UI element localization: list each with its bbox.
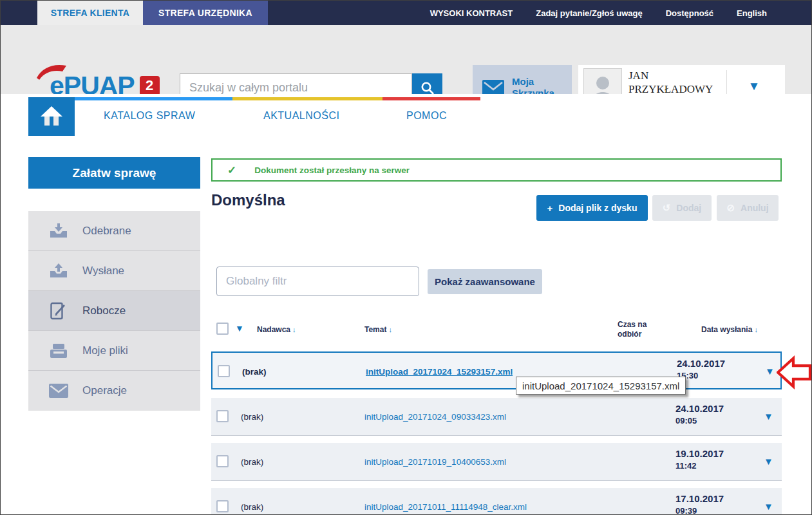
add-button-disabled[interactable]: ↺ Dodaj: [652, 195, 712, 221]
row-actions-triangle-icon[interactable]: ▼: [764, 501, 773, 512]
home-button[interactable]: [28, 97, 75, 136]
sidebar-item-odebrane[interactable]: Odebrane: [28, 211, 200, 251]
operations-envelope-icon: [49, 384, 68, 398]
link-zadaj-pytanie[interactable]: Zadaj pytanie/Zgłoś uwagę: [536, 8, 642, 18]
main-nav: KATALOG SPRAW AKTUALNOŚCI POMOC: [1, 94, 812, 136]
column-header-czas-na-odbior[interactable]: Czas na odbiór: [618, 320, 659, 339]
row-time-value: 11:42: [675, 461, 753, 471]
add-label: Dodaj: [676, 203, 701, 213]
files-drawer-icon: [49, 343, 68, 359]
column-header-label: Data wysłania: [701, 325, 752, 334]
row-subject-link[interactable]: initUpload_20171011_11114948_clear.xml: [364, 502, 527, 512]
success-alert-text: Dokument został przesłany na serwer: [254, 165, 410, 175]
sidebar-item-label: Moje pliki: [82, 344, 128, 357]
cancel-button-disabled[interactable]: ⊘ Anuluj: [717, 195, 779, 221]
row-checkbox[interactable]: [216, 455, 229, 467]
sidebar-item-label: Operacje: [82, 384, 127, 397]
check-icon: ✓: [227, 164, 236, 177]
show-advanced-button[interactable]: Pokaż zaawansowane: [428, 269, 542, 294]
sort-desc-icon: ↓: [292, 326, 296, 333]
tab-strefa-klienta[interactable]: STREFA KLIENTA: [37, 1, 143, 25]
add-file-label: Dodaj plik z dysku: [558, 203, 637, 213]
annotation-arrow-left-icon: [777, 354, 811, 391]
row-actions-triangle-icon[interactable]: ▼: [764, 456, 773, 467]
row-sent-date: 24.10.2017 15:30: [677, 358, 754, 380]
nav-pomoc[interactable]: POMOC: [406, 110, 447, 122]
row-sender: (brak): [242, 367, 267, 377]
user-name: JAN PRZYKŁADOWY: [628, 69, 728, 96]
row-actions-triangle-icon[interactable]: ▼: [765, 366, 775, 377]
link-dostepnosc[interactable]: Dostępność: [666, 8, 713, 18]
draft-icon: [49, 302, 68, 320]
stripe-red: [382, 97, 480, 100]
row-subject-link[interactable]: initUpload_20171024_15293157.xml: [366, 367, 513, 377]
sidebar-item-operacje[interactable]: Operacje: [28, 371, 200, 411]
nav-aktualnosci[interactable]: AKTUALNOŚCI: [263, 110, 339, 122]
sidebar-item-robocze[interactable]: Robocze: [28, 291, 200, 331]
epuap-page: STREFA KLIENTA STREFA URZĘDNIKA WYSOKI K…: [0, 0, 812, 515]
column-header-nadawca[interactable]: Nadawca↓: [257, 325, 296, 334]
column-header-temat[interactable]: Temat↓: [364, 325, 392, 334]
stripe-yellow: [232, 97, 382, 100]
row-checkbox[interactable]: [216, 500, 229, 512]
refresh-icon: ↺: [663, 202, 671, 214]
sidebar-item-label: Robocze: [82, 304, 126, 317]
row-time-value: 09:05: [675, 416, 753, 426]
cancel-circle-icon: ⊘: [726, 202, 735, 214]
row-sender: (brak): [241, 502, 263, 512]
logo-badge-2: 2: [140, 76, 160, 96]
plus-icon: +: [547, 203, 553, 214]
success-alert: ✓ Dokument został przesłany na serwer: [211, 158, 782, 182]
row-actions-triangle-icon[interactable]: ▼: [764, 411, 773, 422]
row-date-value: 24.10.2017: [675, 403, 753, 414]
row-date-value: 19.10.2017: [675, 448, 753, 459]
row-time-value: 15:30: [677, 371, 754, 380]
sidebar-item-label: Wysłane: [82, 265, 124, 277]
envelope-icon: [482, 80, 504, 96]
sidebar-item-moje-pliki[interactable]: Moje pliki: [28, 331, 200, 371]
column-header-data-wyslania[interactable]: Data wysłania↓: [701, 325, 758, 334]
sidebar-menu: Odebrane Wysłane Robocze: [28, 211, 200, 411]
zalatw-sprawe-button[interactable]: Załatw sprawę: [28, 157, 200, 189]
inbox-download-icon: [49, 223, 68, 239]
table-row[interactable]: (brak) initUpload_20171024_15293157.xml …: [211, 351, 782, 389]
row-sender: (brak): [241, 457, 263, 467]
stripe-blue: [75, 97, 232, 100]
top-links: WYSOKI KONTRAST Zadaj pytanie/Zgłoś uwag…: [430, 1, 767, 25]
link-english[interactable]: English: [737, 8, 767, 18]
table-row[interactable]: (brak) initUpload_20171019_10400653.xml …: [211, 443, 782, 481]
home-icon: [40, 106, 63, 127]
user-menu-chevron-down-icon[interactable]: ▼: [734, 79, 774, 93]
select-all-checkbox[interactable]: [216, 323, 229, 335]
tab-strefa-urzednika[interactable]: STREFA URZĘDNIKA: [143, 1, 268, 25]
page-title: Domyślna: [211, 191, 285, 209]
row-time-value: 09:39: [675, 506, 753, 515]
search-icon: [420, 80, 435, 96]
cancel-label: Anuluj: [741, 203, 769, 213]
column-header-label: Temat: [364, 325, 386, 334]
row-checkbox[interactable]: [216, 410, 229, 422]
header: ePUAP 2 Moja Skrzynka JAN PRZ: [1, 25, 812, 94]
column-header-label: Nadawca: [257, 325, 290, 334]
sidebar-item-wyslane[interactable]: Wysłane: [28, 251, 200, 291]
sort-desc-icon: ↓: [754, 326, 758, 333]
table-row[interactable]: (brak) initUpload_20171011_11114948_clea…: [211, 488, 782, 515]
row-date-value: 24.10.2017: [677, 358, 754, 369]
sort-desc-icon: ↓: [388, 326, 392, 333]
logo-swoosh-icon: [35, 62, 69, 82]
row-sender: (brak): [241, 412, 263, 422]
row-subject-link[interactable]: initUpload_20171024_09033423.xml: [364, 412, 506, 422]
outbox-upload-icon: [49, 263, 68, 279]
nav-katalog-spraw[interactable]: KATALOG SPRAW: [104, 110, 195, 122]
add-file-from-disk-button[interactable]: + Dodaj plik z dysku: [536, 195, 648, 221]
filename-tooltip: initUpload_20171024_15293157.xml: [516, 377, 686, 395]
row-sent-date: 17.10.2017 09:39: [675, 493, 753, 515]
row-subject-link[interactable]: initUpload_20171019_10400653.xml: [364, 457, 506, 467]
row-checkbox[interactable]: [218, 365, 230, 377]
select-menu-triangle-icon[interactable]: ▼: [235, 323, 244, 333]
row-sent-date: 24.10.2017 09:05: [675, 403, 753, 426]
link-wysoki-kontrast[interactable]: WYSOKI KONTRAST: [430, 8, 513, 18]
table-row[interactable]: (brak) initUpload_20171024_09033423.xml …: [211, 398, 782, 436]
row-date-value: 17.10.2017: [675, 493, 753, 504]
global-filter-input[interactable]: [216, 267, 419, 296]
